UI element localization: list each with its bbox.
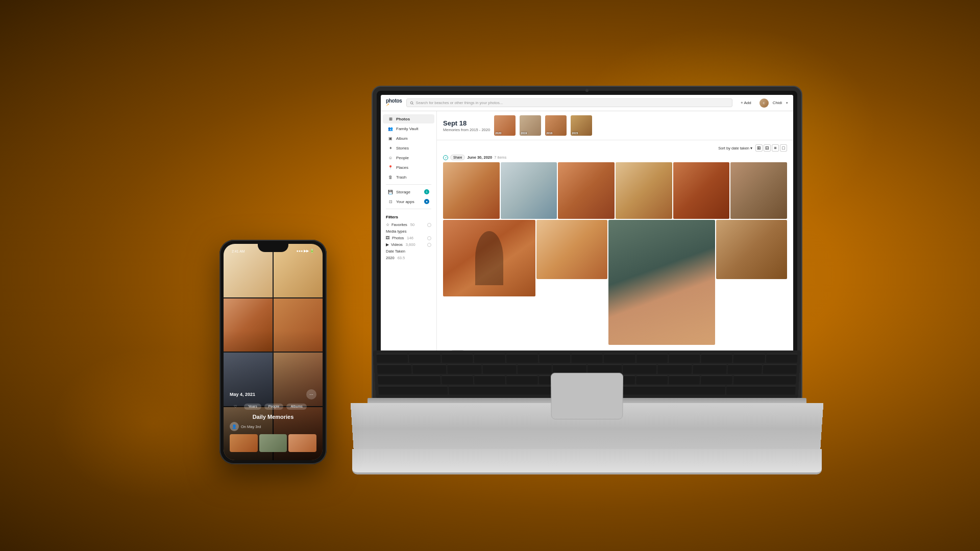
photo-row-1 [443,162,787,219]
search-bar[interactable]: Search for beaches or other things in yo… [406,98,733,107]
key [377,364,412,373]
search-icon [410,101,414,105]
photo-img-big [443,220,535,297]
add-button[interactable]: + Add [737,99,755,107]
phone-tab-favorites[interactable]: ♡ [230,404,241,410]
sidebar-item-people[interactable]: ☺ People [383,153,434,162]
phone-date: May 4, 2021 [230,392,255,397]
key [701,354,732,363]
key [539,354,571,363]
scene: photos ↗ Search for beaches or other thi… [133,46,847,505]
memory-year-2016: 2016 [546,132,552,135]
photo-cell-big-3[interactable] [608,220,715,345]
photo-cell-big-4[interactable] [716,220,787,279]
strip-photo-3[interactable] [288,434,316,452]
view-list[interactable]: □ [780,144,787,152]
date-count-1: 7 items [494,155,506,160]
filter-videos[interactable]: ▶ Videos 3,600 [386,241,431,248]
laptop-trackpad [551,373,623,419]
photo-cell-big-2[interactable] [536,220,607,279]
photo-img [616,162,672,219]
key [409,354,440,363]
view-grid-4x4[interactable]: ≡ [772,144,779,152]
photos-filter-label: Photos [392,236,404,240]
key [412,364,446,373]
memory-year-2020: 2020 [495,132,501,135]
memory-thumb-2020[interactable]: 2020 [494,115,516,136]
memory-thumb-2019[interactable]: 2019 [520,115,541,136]
phone-tab-people[interactable]: People [264,404,284,410]
key [378,386,448,395]
phone-tab-years[interactable]: Years [244,404,261,410]
laptop-base [351,403,824,454]
key [623,364,657,373]
sidebar-item-your-apps[interactable]: ⊡ Your apps ● [383,197,434,206]
family-vault-icon: 👥 [388,126,393,131]
photo-img [673,162,730,219]
memory-thumb-2016[interactable]: 2016 [545,115,567,136]
view-grid-3x3[interactable]: ⊟ [764,144,771,152]
phone-notch [258,244,288,252]
share-button-1[interactable]: Share [450,155,465,160]
sidebar-places-label: Places [396,165,408,170]
date-check-1[interactable]: ✓ [443,155,448,160]
sidebar-item-photos[interactable]: ⊞ Photos [383,114,434,123]
view-grid-2x2[interactable]: ⊞ [755,144,763,152]
photo-cell[interactable] [443,162,500,219]
photo-cell[interactable] [558,162,615,219]
sidebar-item-storage[interactable]: 💾 Storage 1 [383,187,434,196]
date-label-1: June 30, 2020 [467,155,492,160]
key [766,354,797,363]
key [518,364,552,373]
photo-cell[interactable] [501,162,557,219]
strip-photo-2[interactable] [259,434,287,452]
favorites-count: 50 [410,222,414,227]
photo-cell-big[interactable] [443,220,535,297]
videos-radio[interactable] [427,243,431,247]
photo-cell[interactable] [616,162,672,219]
filters-title: Filters [386,215,431,219]
strip-photo-1[interactable] [230,434,258,452]
photo-cell[interactable] [730,162,787,219]
photos-radio[interactable] [427,236,431,240]
filter-year-2020[interactable]: 2020 63.5 [386,255,431,261]
years-label: Years [248,405,257,408]
photos-logo: photos ↗ [386,98,402,107]
sidebar-item-trash[interactable]: 🗑 Trash [383,172,434,182]
photo-filter-icon: 🖼 [386,236,390,240]
photo-img [501,162,557,219]
filters-section: Filters ☆ Favorites 50 Media types [381,212,436,264]
sidebar-item-stories[interactable]: ✦ Stories [383,143,434,153]
keyboard-row-2 [377,364,797,373]
chevron-down-icon: ▾ [786,101,788,105]
phone-sub-text: On May 3rd [241,424,261,429]
phone-sub-section: 👤 On May 3rd [230,422,316,431]
sort-label: Sort by date taken [718,146,749,151]
phone-tab-albums[interactable]: Albums [286,404,306,410]
phone-bottom-ui: May 4, 2021 ··· ♡ Years People [224,385,323,460]
sidebar-stories-label: Stories [396,146,409,151]
sidebar-item-places[interactable]: 📍 Places [383,163,434,172]
photo-img [730,162,787,219]
sort-select[interactable]: Sort by date taken ▾ [718,146,752,151]
favorites-label: Favorites [391,222,407,227]
photo-cell[interactable] [673,162,730,219]
filter-photos[interactable]: 🖼 Photos 146 [386,235,431,241]
sidebar-item-album[interactable]: ▣ Album [383,134,434,143]
view-icons: ⊞ ⊟ ≡ □ [755,144,787,152]
apps-icon: ⊡ [388,199,393,204]
sidebar-item-family-vault[interactable]: 👥 Family Vault [383,124,434,133]
photo-img [558,162,615,219]
key [552,364,586,373]
people-icon: ☺ [388,155,393,160]
memory-thumb-2015[interactable]: 2015 [571,115,592,136]
photos-count: 146 [407,236,413,240]
filter-favorites[interactable]: ☆ Favorites 50 [386,221,431,228]
favorites-radio[interactable] [427,223,431,227]
key [447,364,481,373]
heart-icon: ♡ [234,405,237,408]
user-name: Chidi [773,101,782,105]
phone-more-button[interactable]: ··· [306,389,316,399]
key [571,354,603,363]
key [636,354,668,363]
